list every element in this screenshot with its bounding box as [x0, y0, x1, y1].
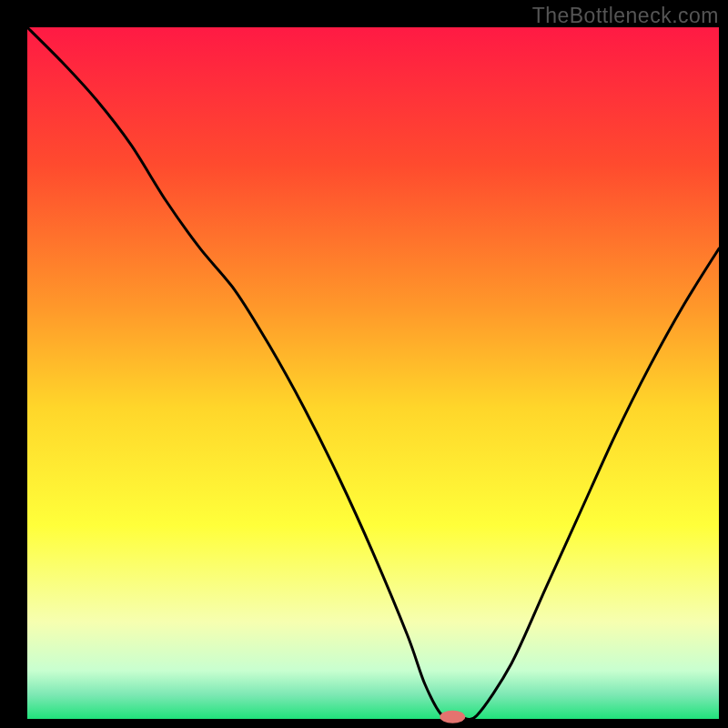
watermark-label: TheBottleneck.com	[532, 4, 719, 28]
chart-svg	[0, 0, 728, 728]
bottleneck-chart: TheBottleneck.com	[0, 0, 728, 728]
optimal-point-marker	[440, 711, 465, 723]
gradient-background	[27, 27, 719, 719]
